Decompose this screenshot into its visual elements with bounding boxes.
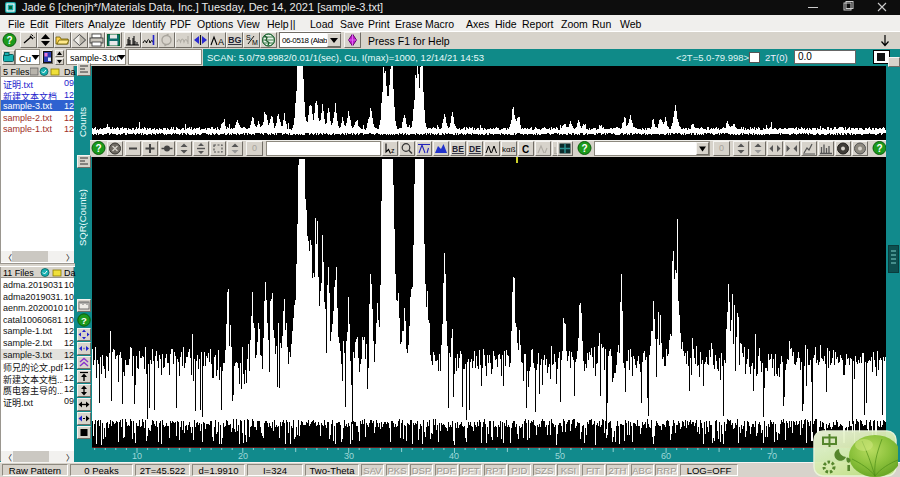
svg-text:BE: BE xyxy=(452,144,464,154)
svg-text:?: ? xyxy=(81,315,87,326)
svg-text:z: z xyxy=(391,147,395,154)
svg-text:kαß: kαß xyxy=(502,145,516,154)
svg-text:?: ? xyxy=(581,143,587,154)
svg-text:DE: DE xyxy=(469,144,481,154)
svg-text:C: C xyxy=(522,144,529,155)
svg-text:?: ? xyxy=(95,143,101,154)
svg-text:?: ? xyxy=(876,143,882,154)
